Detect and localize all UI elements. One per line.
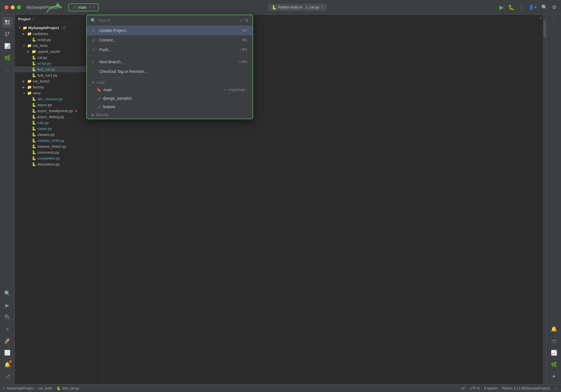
branch-button[interactable]: ⎇ main ↗ ∨ (68, 3, 99, 11)
folder-icon: 📁 (27, 91, 32, 95)
add-user-button[interactable]: 👤+ (528, 5, 537, 10)
sidebar-deploy-icon[interactable]: 🚀 (2, 336, 13, 346)
right-notification-icon[interactable]: 🔔 (549, 324, 559, 334)
minimize-button[interactable] (11, 5, 15, 9)
sidebar-structure-icon[interactable]: 🌿 (2, 53, 13, 63)
right-ai-icon[interactable]: ✦ (549, 371, 559, 382)
folder-icon: 📁 (27, 85, 32, 89)
update-icon: ↙ (92, 29, 96, 33)
list-item[interactable]: ▶ 🐍 classes.py (15, 132, 102, 138)
remote-section-header[interactable]: ▶ Remote (87, 111, 102, 119)
local-section-header[interactable]: ▼ Local (87, 79, 102, 86)
svg-rect-4 (8, 23, 10, 25)
sidebar-plugins-icon[interactable]: 🔌 (2, 312, 13, 323)
right-database-icon[interactable]: 🗃 (549, 336, 559, 346)
svg-point-5 (5, 32, 7, 34)
folder-icon: 📁 (27, 43, 32, 48)
scrollbar-track: ✓ (543, 15, 546, 384)
update-project-item[interactable]: ↙ Update Project... ⌘T (87, 26, 102, 35)
close-button[interactable] (5, 5, 8, 9)
chevron-right-icon: ▶ (23, 86, 26, 89)
list-item[interactable]: ▶ 🐍 completion.py (15, 155, 102, 161)
sidebar-layers-icon[interactable]: ≡ (2, 324, 13, 334)
python-file-icon: 🐍 (32, 38, 36, 42)
local-chevron-icon: ▼ (92, 81, 95, 84)
sidebar-notifications-icon[interactable]: 🔔 ! (2, 359, 13, 370)
svg-rect-3 (5, 23, 7, 25)
breadcrumb: □ MySampleProject › car_tests › 🐍 test_c… (3, 386, 79, 390)
list-item[interactable]: ▶ 🐍 classes_hints.py (15, 138, 102, 143)
right-more-options-icon[interactable]: ⋮ (549, 17, 559, 28)
new-branch-icon: + (92, 60, 96, 64)
main-area: 📊 🌿 ··· 🔍 ▶ 🔌 ≡ 🚀 ⬜ 🔔 ! ⎇ Project ∨ ▼ 📁 … (0, 15, 561, 384)
encoding-status[interactable]: UTF-8 (470, 386, 480, 390)
svg-point-6 (8, 32, 10, 34)
traffic-lights (5, 5, 21, 9)
warning-icon: ⚠ (554, 386, 558, 390)
folder-icon: 📁 (27, 32, 32, 36)
python-file-icon: 🐍 (272, 5, 277, 10)
python-file-icon: 🐍 (32, 97, 36, 101)
list-item[interactable]: ▶ 🐍 classes_hints2.py (15, 143, 102, 149)
checkout-tag-item[interactable]: x Checkout Tag or Revision... (87, 67, 102, 76)
folder-icon: □ (3, 386, 5, 390)
sidebar-analytics-icon[interactable]: 📊 (2, 41, 13, 51)
check-indicator: ✓ (539, 16, 542, 20)
list-item[interactable]: ▶ 🐍 comments.py (15, 149, 102, 155)
right-analytics-icon[interactable]: 📈 (549, 347, 559, 358)
git-branch-dropdown: 🔍 ⤢ ⚙ ↙ Update Project... ⌘T ⊙ Commit...… (86, 15, 102, 119)
folder-icon: 📁 (32, 49, 36, 54)
maximize-button[interactable] (17, 5, 21, 9)
debug-button[interactable]: 🐛 (508, 4, 514, 10)
new-branch-item[interactable]: + New Branch... ⌥⌘N (87, 57, 102, 67)
branch-up-arrow-icon: ↗ (88, 5, 91, 9)
branch-django-item[interactable]: ⎇ django_samples › (87, 94, 102, 103)
more-options-button[interactable]: ⋮ (519, 4, 524, 10)
scrollbar-thumb[interactable] (543, 20, 546, 37)
branch-main-item[interactable]: 🔖 main ↗ origin/main › (87, 86, 102, 94)
commit-item[interactable]: ⊙ Commit... ⌘K (87, 35, 102, 45)
list-item[interactable]: ▶ 🐍 cases.py (15, 126, 102, 132)
sidebar-more-icon[interactable]: ··· (2, 64, 13, 75)
project-name[interactable]: MySampleProject ∨ (27, 5, 61, 10)
push-item[interactable]: ↗ Push... ⇧⌘K (87, 45, 102, 55)
sidebar-git-icon[interactable]: ⎇ (2, 371, 13, 382)
left-sidebar: 📊 🌿 ··· 🔍 ▶ 🔌 ≡ 🚀 ⬜ 🔔 ! ⎇ (0, 15, 15, 384)
settings-button[interactable]: ⚙ (552, 4, 556, 10)
python-file-icon: 🐍 (32, 115, 36, 119)
root-name: MySampleProject (28, 26, 59, 30)
python-file-icon: 🐍 (57, 386, 61, 390)
git-branch-icon: ⎇ (96, 105, 101, 109)
list-item[interactable]: ▶ 🐍 calc.py (15, 120, 102, 126)
editor-tab[interactable]: 🐍 Python tests in ...t_car.py ∨ (268, 4, 327, 11)
sidebar-terminal-icon[interactable]: ⬜ (2, 347, 13, 358)
git-search-input[interactable] (98, 18, 102, 23)
right-structure-icon[interactable]: 🌿 (549, 359, 559, 370)
sidebar-project-icon[interactable] (2, 17, 13, 28)
breadcrumb-separator: › (54, 386, 55, 390)
search-button[interactable]: 🔍 (541, 4, 547, 10)
python-file-icon: 🐍 (32, 109, 36, 113)
project-chevron-icon: ∨ (59, 5, 61, 9)
python-file-icon: 🐍 (32, 103, 36, 107)
python-file-icon: 🐍 (32, 150, 36, 154)
folder-icon: 📁 (27, 79, 32, 83)
title-bar-actions: ▶ 🐛 ⋮ 👤+ 🔍 ⚙ (499, 4, 556, 11)
list-item[interactable]: ▶ 🐍 decorators.py (15, 161, 102, 167)
branch-feature-item[interactable]: ⎇ feature › (87, 103, 102, 111)
panel-title: Project (18, 17, 31, 21)
chevron-right-icon: ▶ (23, 32, 26, 35)
python-version-status[interactable]: Python 3.11 (MySampleProject) (502, 386, 550, 390)
error-indicator (75, 110, 77, 112)
run-button[interactable]: ▶ (499, 4, 504, 11)
sidebar-search-icon[interactable]: 🔍 (2, 288, 13, 299)
indent-status[interactable]: 4 spaces (484, 386, 498, 390)
sidebar-run-icon[interactable]: ▶ (2, 300, 13, 311)
python-file-icon: 🐍 (32, 144, 36, 149)
python-file-icon: 🐍 (32, 127, 36, 131)
sidebar-vcs-icon[interactable] (2, 29, 13, 40)
separator (87, 56, 102, 56)
git-search-area: 🔍 ⤢ ⚙ (87, 15, 102, 26)
line-ending-status[interactable]: LF (461, 386, 465, 390)
root-path: ~/P (61, 26, 66, 30)
